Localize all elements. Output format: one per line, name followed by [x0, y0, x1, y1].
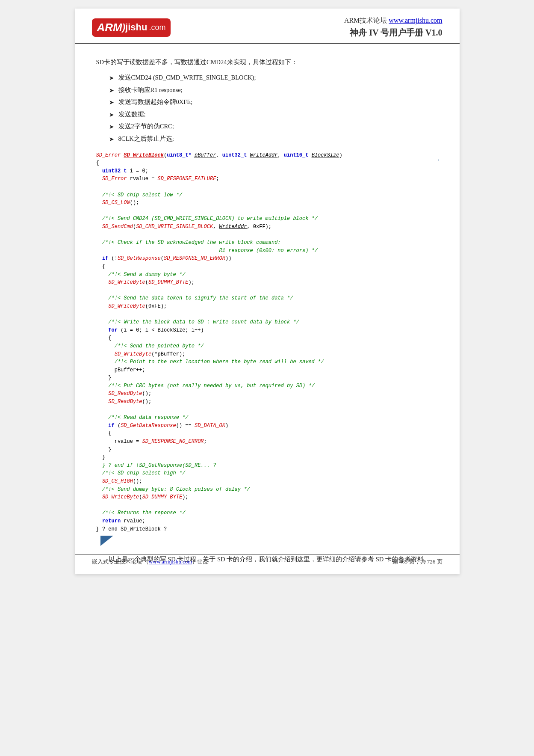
list-item: ➤ 发送2字节的伪CRC; [109, 121, 438, 133]
bottom-left-arrow [100, 536, 438, 548]
list-item: ➤ 发送CMD24 (SD_CMD_WRITE_SINGLE_BLOCK); [109, 72, 438, 84]
logo-arm-text: ARM [97, 21, 122, 34]
bottom-arrow-icon [100, 536, 113, 546]
bullet-arrow-6: ➤ [109, 134, 114, 145]
page-header: ARM ) jishu .com ARM技术论坛 www.armjishu.co… [75, 9, 460, 44]
intro-paragraph: SD卡的写于读数据差不多，写数据通过CMD24来实现，具体过程如下： [96, 56, 438, 68]
bullet-arrow-2: ➤ [109, 85, 114, 97]
main-content: SD卡的写于读数据差不多，写数据通过CMD24来实现，具体过程如下： ➤ 发送C… [75, 44, 460, 574]
site-label: ARM技术论坛 [344, 17, 387, 24]
list-item: ➤ 8CLK之后禁止片选; [109, 133, 438, 145]
logo-jishu-text: ) [122, 22, 125, 33]
footer-right-after: ）出品 [192, 558, 209, 565]
logo-box: ARM ) jishu .com [92, 18, 171, 37]
header-site: ARM技术论坛 www.armjishu.com [344, 16, 443, 25]
bullet-text-6: 8CLK之后禁止片选; [118, 133, 174, 145]
page-footer: 嵌入式专业技术论坛 （www.armjishu.com）出品 第 465 页，共… [75, 554, 460, 566]
bullet-list: ➤ 发送CMD24 (SD_CMD_WRITE_SINGLE_BLOCK); ➤… [109, 72, 438, 145]
code-wrapper: SD_Error SD_WriteBlock(uint8_t* pBuffer,… [96, 151, 438, 548]
site-url-link[interactable]: www.armjishu.com [389, 17, 442, 24]
svg-marker-1 [100, 536, 113, 546]
bullet-text-3: 发送写数据起始令牌0XFE; [118, 96, 193, 108]
bullet-arrow-1: ➤ [109, 73, 114, 84]
code-block: SD_Error SD_WriteBlock(uint8_t* pBuffer,… [96, 151, 438, 534]
bullet-arrow-4: ➤ [109, 110, 114, 121]
list-item: ➤ 发送数据; [109, 109, 438, 121]
bullet-text-5: 发送2字节的伪CRC; [118, 121, 174, 133]
logo-area: ARM ) jishu .com [92, 18, 171, 37]
footer-link[interactable]: www.armjishu.com [149, 558, 192, 565]
bullet-arrow-5: ➤ [109, 122, 114, 133]
bullet-text-2: 接收卡响应R1 response; [118, 84, 183, 96]
list-item: ➤ 接收卡响应R1 response; [109, 84, 438, 97]
header-right: ARM技术论坛 www.armjishu.com 神舟 IV 号用户手册 V1.… [344, 16, 443, 39]
logo-jishu-label: jishu [125, 22, 147, 33]
list-item: ➤ 发送写数据起始令牌0XFE; [109, 96, 438, 109]
footer-left-text: 嵌入式专业技术论坛 （ [92, 558, 149, 565]
bullet-text-4: 发送数据; [118, 109, 146, 121]
footer-page-info: 第 465 页，共 726 页 [392, 558, 443, 566]
doc-title: 神舟 IV 号用户手册 V1.0 [344, 27, 443, 39]
logo-dotcom: .com [149, 23, 165, 32]
bullet-text-1: 发送CMD24 (SD_CMD_WRITE_SINGLE_BLOCK); [118, 72, 256, 84]
footer-left: 嵌入式专业技术论坛 （www.armjishu.com）出品 [92, 558, 209, 566]
bullet-arrow-3: ➤ [109, 97, 114, 109]
page: ARM ) jishu .com ARM技术论坛 www.armjishu.co… [75, 9, 460, 574]
